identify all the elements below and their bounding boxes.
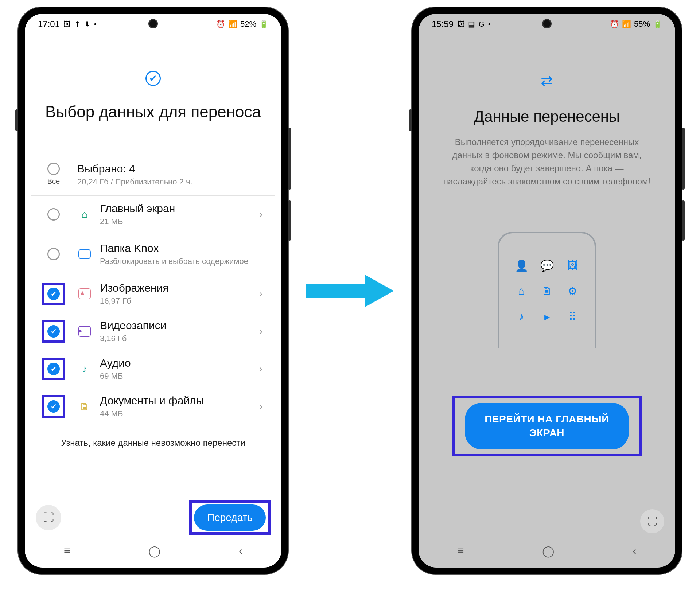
transfer-icon: ⇄ (419, 72, 675, 89)
chevron-right-icon: › (259, 288, 262, 300)
row-title: Изображения (100, 282, 251, 294)
home-icon: ⌂ (512, 281, 531, 300)
checkbox-audio[interactable]: ✔ (47, 363, 60, 375)
row-sub: 44 МБ (100, 409, 251, 418)
chat-icon: 💬 (537, 256, 556, 275)
alarm-icon: ⏰ (610, 20, 619, 28)
highlight-box: ПЕРЕЙТИ НА ГЛАВНЫЙ ЭКРАН (452, 396, 642, 456)
checkbox-home[interactable] (47, 208, 60, 221)
signal-icon: 📶 (622, 20, 631, 28)
status-time: 17:01 (38, 19, 60, 29)
row-title: Главный экран (100, 202, 251, 215)
select-all-label: Все (47, 177, 60, 186)
highlight-box: ✔ (42, 320, 65, 343)
home-button[interactable]: ◯ (148, 545, 161, 557)
battery-icon: 🔋 (259, 20, 268, 28)
header-check-icon: ✔ (25, 71, 281, 86)
row-knox[interactable]: Папка Knox Разблокировать и выбрать соде… (31, 233, 275, 275)
more-icon: • (94, 20, 97, 28)
status-time: 15:59 (432, 19, 454, 29)
recents-button[interactable]: ≡ (458, 545, 464, 557)
row-sub: 3,16 Гб (100, 334, 251, 343)
folder-icon (77, 247, 92, 261)
send-button[interactable]: Передать (194, 504, 266, 531)
highlight-box: ✔ (42, 283, 65, 305)
selected-size: 20,24 Гб / Приблизительно 2 ч. (77, 177, 262, 187)
select-all-checkbox[interactable] (47, 163, 60, 175)
chevron-right-icon: › (259, 363, 262, 375)
phone-illustration: 👤 💬 🖼 ⌂ 🗎 ⚙ ♪ ▸ ⠿ (498, 232, 596, 348)
file-icon: 🗎 (537, 281, 556, 300)
phone-left: 17:01 🖼 ⬆ ⬇ • ⏰ 📶 52% 🔋 ✔ Выбор данных д… (18, 7, 288, 574)
battery-text: 52% (240, 19, 256, 29)
selected-count: Выбрано: 4 (77, 163, 262, 175)
row-sub: Разблокировать и выбрать содержимое (100, 257, 262, 266)
picture-icon: 🖼 (457, 20, 464, 28)
camera-cutout (542, 19, 552, 28)
row-videos[interactable]: ✔ ▸ Видеозаписи 3,16 Гб › (31, 313, 275, 350)
page-subtitle: Выполняется упорядочивание перенесенных … (440, 136, 653, 188)
camera-cutout (148, 19, 158, 28)
highlight-box: Передать (189, 500, 271, 535)
back-button[interactable]: ‹ (239, 545, 242, 557)
checkbox-videos[interactable]: ✔ (47, 325, 60, 338)
play-icon: ▸ (537, 307, 556, 326)
android-nav-bar: ≡ ◯ ‹ (25, 541, 281, 561)
cannot-transfer-link[interactable]: Узнать, какие данные невозможно перенест… (25, 438, 281, 448)
picture-icon: 🖼 (63, 20, 71, 28)
music-note-icon: ♪ (77, 362, 92, 376)
phone-right: 15:59 🖼 ▦ G • ⏰ 📶 55% 🔋 ⇄ Данные перенес… (412, 7, 682, 574)
image-icon: ▲ (77, 287, 92, 301)
row-sub: 21 МБ (100, 217, 251, 226)
row-title: Аудио (100, 357, 251, 369)
page-title: Выбор данных для переноса (25, 103, 281, 121)
home-icon: ⌂ (77, 207, 92, 222)
music-note-icon: ♪ (512, 307, 531, 326)
row-images[interactable]: ✔ ▲ Изображения 16,97 Гб › (31, 275, 275, 313)
chevron-right-icon: › (259, 326, 262, 337)
gear-icon: ⚙ (563, 281, 582, 300)
battery-icon: 🔋 (653, 20, 662, 28)
checkbox-documents[interactable]: ✔ (47, 400, 60, 413)
upload-icon: ⬆ (74, 20, 81, 28)
apps-icon: ⠿ (563, 307, 582, 326)
calendar-icon: ▦ (468, 20, 475, 28)
select-all-row[interactable]: Все Выбрано: 4 20,24 Гб / Приблизительно… (31, 154, 275, 196)
row-title: Папка Knox (100, 242, 262, 254)
alarm-icon: ⏰ (216, 20, 225, 28)
goto-home-button[interactable]: ПЕРЕЙТИ НА ГЛАВНЫЙ ЭКРАН (465, 403, 629, 449)
chevron-right-icon: › (259, 401, 262, 412)
person-icon: 👤 (512, 256, 531, 275)
battery-text: 55% (634, 19, 650, 29)
row-audio[interactable]: ✔ ♪ Аудио 69 МБ › (31, 350, 275, 388)
document-icon: 🗎 (77, 399, 92, 414)
row-sub: 69 МБ (100, 371, 251, 381)
arrow-right-icon (303, 7, 397, 574)
signal-icon: 📶 (228, 20, 237, 28)
video-icon: ▸ (77, 324, 92, 339)
qr-scan-button[interactable]: ⛶ (36, 505, 61, 530)
data-category-list: Все Выбрано: 4 20,24 Гб / Приблизительно… (25, 154, 281, 425)
google-icon: G (479, 20, 485, 28)
qr-scan-button[interactable]: ⛶ (640, 509, 664, 533)
picture-icon: 🖼 (563, 256, 582, 275)
checkbox-knox[interactable] (47, 248, 60, 260)
row-documents[interactable]: ✔ 🗎 Документы и файлы 44 МБ › (31, 388, 275, 425)
download-icon: ⬇ (84, 20, 90, 28)
highlight-box: ✔ (42, 395, 65, 418)
more-icon: • (488, 20, 491, 28)
recents-button[interactable]: ≡ (64, 545, 70, 557)
back-button[interactable]: ‹ (633, 545, 636, 557)
chevron-right-icon: › (259, 209, 262, 220)
checkbox-images[interactable]: ✔ (47, 288, 60, 300)
row-sub: 16,97 Гб (100, 296, 251, 306)
page-title: Данные перенесены (419, 108, 675, 125)
row-title: Документы и файлы (100, 394, 251, 407)
svg-marker-0 (306, 274, 394, 307)
android-nav-bar: ≡ ◯ ‹ (419, 541, 675, 561)
home-button[interactable]: ◯ (542, 545, 555, 557)
highlight-box: ✔ (42, 358, 65, 380)
row-home-screen[interactable]: ⌂ Главный экран 21 МБ › (31, 196, 275, 233)
row-title: Видеозаписи (100, 319, 251, 332)
